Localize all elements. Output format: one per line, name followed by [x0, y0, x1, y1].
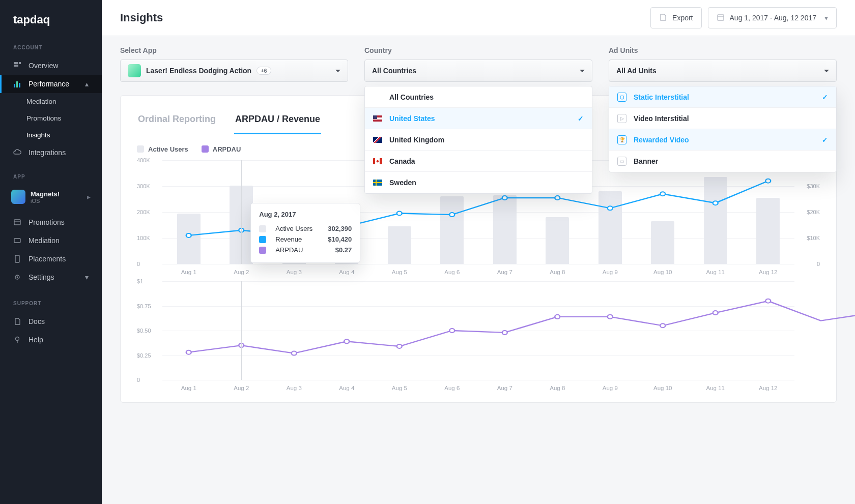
sidebar-item-label: Promotions: [28, 218, 65, 226]
app-menu-placements[interactable]: Placements: [0, 250, 102, 268]
x-tick: Aug 11: [689, 385, 742, 391]
filter-country-label: Country: [364, 46, 592, 54]
svg-point-15: [186, 233, 191, 238]
tooltip-label: Active Users: [275, 225, 312, 232]
gear-icon: [13, 273, 21, 281]
svg-rect-10: [15, 255, 19, 262]
adunits-dropdown: ▢Static Interstitial✓▷Video Interstitial…: [609, 86, 837, 172]
country-option-label: Canada: [389, 157, 415, 165]
chevron-down-icon: ▾: [85, 273, 89, 281]
caret-down-icon: ▾: [824, 14, 828, 22]
adunit-option[interactable]: ▭Banner: [609, 151, 836, 172]
app-menu-promotions[interactable]: Promotions: [0, 213, 102, 231]
country-option[interactable]: Sweden: [365, 172, 592, 193]
app-thumb: [11, 190, 25, 204]
svg-point-13: [16, 337, 19, 341]
sidebar-item-overview[interactable]: Overview: [0, 56, 102, 75]
adunit-option-label: Rewarded Video: [634, 136, 689, 144]
section-support: SUPPORT: [0, 298, 102, 312]
tooltip-title: Aug 2, 2017: [259, 211, 352, 218]
filter-country: Country All Countries All CountriesUnite…: [364, 46, 592, 82]
sidebar-item-promotions[interactable]: Promotions: [13, 110, 102, 127]
svg-point-22: [555, 196, 560, 200]
sidebar-item-performance[interactable]: Performance ▴: [0, 75, 102, 93]
y-tick-left: 300K: [137, 183, 150, 189]
country-option[interactable]: Canada: [365, 151, 592, 172]
x-tick: Aug 12: [742, 385, 795, 391]
sidebar-item-mediation[interactable]: Mediation: [13, 93, 102, 110]
bars-icon: [13, 80, 21, 88]
performance-submenu: Mediation Promotions Insights: [0, 93, 102, 143]
daterange-button[interactable]: Aug 1, 2017 - Aug, 12 2017 ▾: [708, 7, 837, 28]
country-option[interactable]: All Countries: [365, 86, 592, 108]
caret-down-icon: [580, 70, 585, 75]
adunits-select-value: All Ad Units: [616, 67, 657, 75]
main: Insights Export Aug 1, 2017 - Aug, 12 20…: [102, 0, 855, 504]
y-tick-right: $30K: [807, 183, 820, 189]
country-select[interactable]: All Countries: [364, 60, 592, 82]
x-tick: Aug 8: [531, 269, 584, 275]
sidebar-item-label: Mediation: [28, 236, 60, 245]
svg-point-12: [17, 277, 18, 278]
support-help[interactable]: Help: [0, 331, 102, 349]
svg-point-34: [555, 315, 560, 319]
country-option[interactable]: United Kingdom: [365, 129, 592, 151]
sidebar-item-insights[interactable]: Insights: [13, 127, 102, 143]
legend-arpdau: ARPDAU: [202, 145, 241, 153]
caret-down-icon: [335, 70, 340, 75]
tooltip-label: ARPDAU: [275, 246, 303, 254]
daterange-label: Aug 1, 2017 - Aug, 12 2017: [730, 14, 816, 22]
chevron-up-icon: ▴: [85, 80, 89, 88]
sidebar-item-label: Settings: [28, 273, 54, 281]
adunit-option[interactable]: ▷Video Interstitial: [609, 108, 836, 129]
export-button[interactable]: Export: [650, 7, 701, 28]
check-icon: ✓: [822, 136, 828, 144]
svg-rect-0: [14, 62, 16, 64]
filters-row: Select App Laser! Endless Dodging Action…: [102, 36, 855, 82]
app-selector[interactable]: Magnets! iOS ▸: [0, 186, 102, 208]
svg-rect-8: [14, 220, 20, 225]
tooltip-value: $10,420: [318, 235, 352, 243]
chart-arpdau: 0$0.25$0.50$0.75$1Aug 1Aug 2Aug 3Aug 4Au…: [137, 281, 820, 393]
x-tick: Aug 6: [426, 269, 479, 275]
svg-rect-6: [16, 81, 18, 87]
svg-rect-5: [14, 84, 15, 87]
y-tick-right: $10K: [807, 235, 820, 241]
page-title: Insights: [120, 11, 163, 24]
country-select-value: All Countries: [372, 67, 416, 75]
x-tick: Aug 2: [215, 269, 268, 275]
app-menu-mediation[interactable]: Mediation: [0, 231, 102, 250]
adunit-option[interactable]: 🏆Rewarded Video✓: [609, 129, 836, 151]
swatch-icon: [259, 225, 266, 232]
caret-down-icon: [824, 70, 829, 75]
x-tick: Aug 11: [689, 269, 742, 275]
swatch-arpdau: [202, 145, 209, 153]
adunit-option[interactable]: ▢Static Interstitial✓: [609, 86, 836, 108]
hover-vline: [241, 160, 242, 264]
app-menu-settings[interactable]: Settings ▾: [0, 268, 102, 286]
filter-app-label: Select App: [120, 46, 348, 54]
svg-point-23: [608, 206, 613, 210]
sidebar-item-label: Overview: [28, 62, 58, 70]
svg-point-36: [660, 323, 665, 328]
app-platform: iOS: [31, 198, 60, 204]
sidebar-item-integrations[interactable]: Integrations: [0, 143, 102, 162]
mediation-icon: [13, 236, 21, 245]
y-tick-right: $20K: [807, 209, 820, 215]
export-label: Export: [672, 14, 693, 22]
country-option[interactable]: United States✓: [365, 108, 592, 129]
svg-point-19: [397, 212, 402, 216]
cloud-icon: [13, 149, 21, 157]
tab-arpdau[interactable]: ARPDAU / Revenue: [234, 108, 321, 134]
app-name: Magnets!: [31, 190, 60, 198]
sidebar-item-label: Help: [28, 336, 43, 344]
adunit-icon: ▢: [617, 93, 626, 102]
country-option-label: Sweden: [389, 179, 416, 187]
support-docs[interactable]: Docs: [0, 312, 102, 331]
tab-ordinal[interactable]: Ordinal Reporting: [137, 108, 217, 134]
app-select[interactable]: Laser! Endless Dodging Action +6: [120, 60, 348, 82]
svg-point-21: [502, 196, 507, 200]
adunits-select[interactable]: All Ad Units: [609, 60, 837, 82]
svg-point-35: [608, 315, 613, 319]
filter-app: Select App Laser! Endless Dodging Action…: [120, 46, 348, 82]
